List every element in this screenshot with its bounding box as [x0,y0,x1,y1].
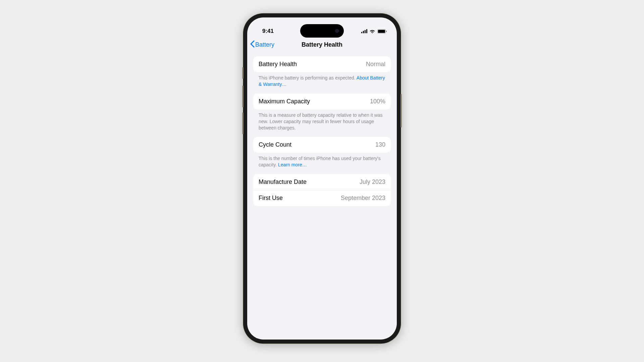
row-value: September 2023 [341,195,385,202]
cycle-count-group: Cycle Count 130 This is the number of ti… [253,137,391,168]
battery-health-footer: This iPhone battery is performing as exp… [253,72,391,88]
svg-rect-0 [361,32,362,33]
first-use-row[interactable]: First Use September 2023 [253,190,391,206]
manufacture-date-row[interactable]: Manufacture Date July 2023 [253,174,391,190]
svg-rect-1 [363,31,364,33]
dynamic-island [300,24,344,38]
back-button[interactable]: Battery [250,40,274,49]
settings-content: Battery Health Normal This iPhone batter… [247,53,397,206]
footer-text: This is the number of times iPhone has u… [259,156,381,167]
phone-frame: 9:41 Battery Battery Health [243,13,401,344]
dates-group: Manufacture Date July 2023 First Use Sep… [253,174,391,206]
cellular-signal-icon [361,29,367,33]
battery-health-group: Battery Health Normal This iPhone batter… [253,56,391,88]
row-label: Manufacture Date [259,178,307,186]
volume-down-button [242,112,244,134]
row-label: First Use [259,195,283,202]
cycle-count-row[interactable]: Cycle Count 130 [253,137,391,153]
navigation-bar: Battery Battery Health [247,38,397,53]
battery-health-row[interactable]: Battery Health Normal [253,56,391,72]
row-value: 130 [375,141,385,148]
row-value: Normal [366,61,385,68]
wifi-icon [369,29,375,34]
battery-icon [377,29,387,34]
row-value: 100% [370,98,385,105]
maximum-capacity-card: Maximum Capacity 100% [253,94,391,109]
mute-switch [242,67,244,79]
footer-text: This iPhone battery is performing as exp… [259,75,357,81]
footer-text: This is a measure of battery capacity re… [259,112,383,131]
maximum-capacity-footer: This is a measure of battery capacity re… [253,109,391,131]
row-value: July 2023 [360,178,385,186]
row-label: Maximum Capacity [259,98,310,105]
page-title: Battery Health [302,41,342,48]
phone-screen: 9:41 Battery Battery Health [247,17,397,340]
svg-rect-2 [365,30,366,34]
cycle-count-footer: This is the number of times iPhone has u… [253,153,391,168]
status-time: 9:41 [262,28,274,35]
maximum-capacity-row[interactable]: Maximum Capacity 100% [253,94,391,109]
volume-up-button [242,86,244,107]
learn-more-link[interactable]: Learn more… [278,162,307,167]
cycle-count-card: Cycle Count 130 [253,137,391,153]
row-label: Battery Health [259,61,297,68]
chevron-left-icon [250,40,255,49]
dates-card: Manufacture Date July 2023 First Use Sep… [253,174,391,206]
svg-rect-6 [386,31,387,32]
maximum-capacity-group: Maximum Capacity 100% This is a measure … [253,94,391,131]
status-icons [361,29,387,34]
power-button [400,94,402,127]
svg-rect-5 [378,30,385,33]
battery-health-card: Battery Health Normal [253,56,391,72]
row-label: Cycle Count [259,141,291,148]
svg-rect-3 [366,29,367,33]
back-label: Battery [255,41,274,48]
